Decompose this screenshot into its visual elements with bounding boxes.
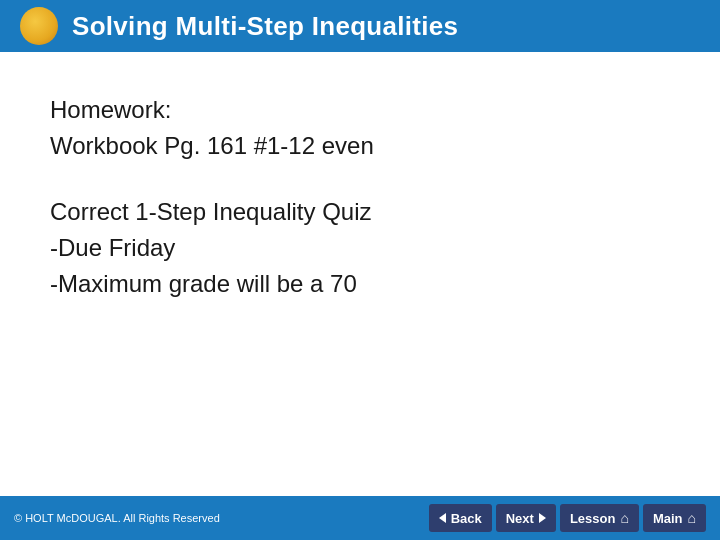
lesson-home-icon: ⌂ <box>620 510 628 526</box>
homework-line1: Homework: <box>50 92 670 128</box>
header-bar: Solving Multi-Step Inequalities <box>0 0 720 52</box>
main-label: Main <box>653 511 683 526</box>
quiz-line1: Correct 1-Step Inequality Quiz <box>50 194 670 230</box>
next-label: Next <box>506 511 534 526</box>
arrow-left-icon <box>439 513 446 523</box>
main-content: Homework: Workbook Pg. 161 #1-12 even Co… <box>0 52 720 362</box>
main-button[interactable]: Main ⌂ <box>643 504 706 532</box>
homework-line2: Workbook Pg. 161 #1-12 even <box>50 128 670 164</box>
copyright-text: © HOLT McDOUGAL. All Rights Reserved <box>14 512 220 524</box>
arrow-right-icon <box>539 513 546 523</box>
homework-block: Homework: Workbook Pg. 161 #1-12 even <box>50 92 670 164</box>
quiz-block: Correct 1-Step Inequality Quiz -Due Frid… <box>50 194 670 302</box>
nav-buttons: Back Next Lesson ⌂ Main ⌂ <box>429 504 706 532</box>
quiz-line3: -Maximum grade will be a 70 <box>50 266 670 302</box>
back-button[interactable]: Back <box>429 504 492 532</box>
quiz-line2: -Due Friday <box>50 230 670 266</box>
back-label: Back <box>451 511 482 526</box>
main-home-icon: ⌂ <box>688 510 696 526</box>
next-button[interactable]: Next <box>496 504 556 532</box>
footer-bar: © HOLT McDOUGAL. All Rights Reserved Bac… <box>0 496 720 540</box>
lesson-button[interactable]: Lesson ⌂ <box>560 504 639 532</box>
lesson-label: Lesson <box>570 511 616 526</box>
sun-icon <box>20 7 58 45</box>
page-title: Solving Multi-Step Inequalities <box>72 11 458 42</box>
